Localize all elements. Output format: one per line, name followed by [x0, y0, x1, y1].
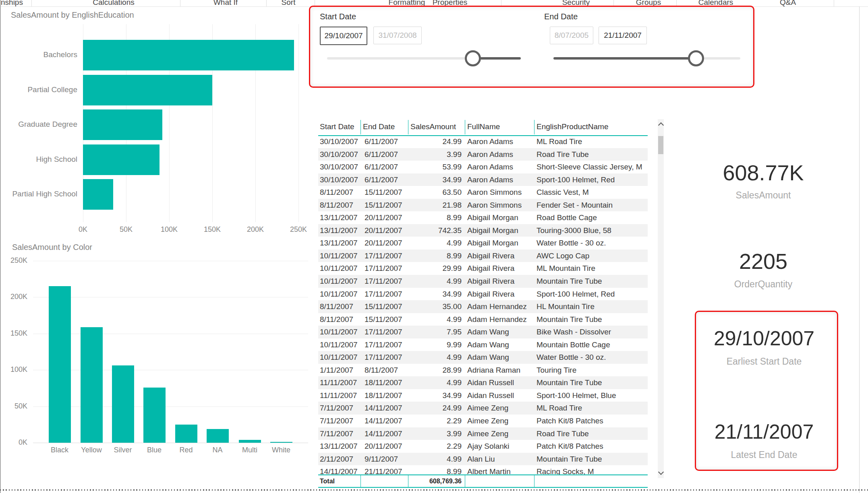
table-row[interactable]: 11/11/200718/11/20074.99Aidan RussellMou…	[318, 376, 648, 389]
chart2-bar-silver[interactable]	[112, 365, 134, 443]
cell-start-date: 8/11/2007	[320, 186, 353, 199]
table-row[interactable]: 13/11/200720/11/20074.99Abigail MorganWa…	[318, 237, 648, 250]
chart2-gridline	[33, 334, 308, 334]
ribbon-item-nships[interactable]: nships	[1, 0, 23, 7]
start-date-slider-selected-range[interactable]	[480, 57, 521, 60]
card-salesamount-label: SalesAmount	[736, 190, 791, 201]
cell-end-date: 20/11/2007	[365, 237, 402, 250]
powerbi-report-page: nshipsCalculationsWhat IfSortFormattingP…	[0, 0, 868, 493]
table-column-separator	[534, 120, 534, 134]
ribbon-item-sort[interactable]: Sort	[282, 0, 296, 7]
chart2-y-tick: 50K	[3, 402, 27, 410]
chart2-bar-blue[interactable]	[143, 388, 166, 443]
start-date-slider-handle[interactable]	[465, 50, 481, 66]
end-date-slider-selected-range[interactable]	[553, 57, 689, 60]
table-row[interactable]: 13/11/200720/11/2007742.35Abigail Morgan…	[318, 224, 648, 237]
chart1-bar-high-school[interactable]	[83, 144, 160, 175]
table-header-end-date[interactable]: End Date	[363, 119, 395, 134]
table-scrollbar[interactable]	[658, 119, 664, 478]
end-date-slider-track[interactable]	[704, 57, 740, 60]
chart2-bar-red[interactable]	[175, 425, 197, 443]
ribbon-item-calculations[interactable]: Calculations	[93, 0, 135, 7]
ribbon-separator	[266, 0, 267, 6]
table-header-englishproductname[interactable]: EnglishProductName	[537, 119, 608, 134]
table-header-start-date[interactable]: Start Date	[320, 119, 354, 134]
chart1-gridline	[298, 24, 299, 222]
table-row[interactable]: 30/10/20076/11/200753.99Aaron AdamsShort…	[318, 161, 648, 173]
table-row[interactable]: 30/10/20076/11/200724.99Aaron AdamsML Ro…	[318, 135, 648, 148]
start-date-slicer-title: Start Date	[320, 12, 356, 21]
table-row[interactable]: 8/11/200715/11/200721.98Aaron SimmonsFen…	[318, 199, 648, 212]
table-row[interactable]: 11/11/200718/11/200734.99Aidan RussellSp…	[318, 389, 648, 402]
cell-product: Racing Socks, M	[537, 465, 594, 474]
chart1-category-label: High School	[3, 155, 77, 164]
table-row[interactable]: 13/11/200720/11/20078.99Abigail MorganRo…	[318, 211, 648, 224]
ribbon-separator	[31, 0, 32, 6]
table-row[interactable]: 30/10/20076/11/200734.99Aaron AdamsSport…	[318, 173, 648, 186]
cell-end-date: 17/11/2007	[365, 262, 402, 275]
table-row[interactable]: 1/11/20078/11/200728.99Adriana RamanTour…	[318, 364, 648, 377]
chart1-bar-partial-high-school[interactable]	[83, 179, 113, 210]
chart2-bar-black[interactable]	[49, 286, 71, 443]
table-row[interactable]: 10/11/200717/11/200729.99Abigail RiveraM…	[318, 262, 648, 275]
table-header-salesamount[interactable]: SalesAmount	[410, 119, 456, 134]
chart2-gridline	[33, 297, 308, 297]
cell-fullname: Abigail Morgan	[467, 237, 518, 250]
table-header-fullname[interactable]: FullName	[467, 119, 500, 134]
chart1-bar-graduate-degree[interactable]	[83, 109, 162, 140]
cell-end-date: 17/11/2007	[365, 338, 402, 351]
ribbon-separator	[180, 0, 180, 6]
cell-product: ML Road Tire	[537, 135, 582, 148]
table-row[interactable]: 7/11/200714/11/20073.99Aimee ZengRoad Ti…	[318, 427, 648, 440]
cell-fullname: Aimee Zeng	[467, 402, 508, 415]
cell-fullname: Adam Wang	[467, 326, 509, 338]
table-row[interactable]: 13/11/200720/11/20072.29Ajay SolankiPatc…	[318, 440, 648, 453]
cell-start-date: 30/10/2007	[320, 148, 358, 161]
cell-product: Mountain Tire Tube	[537, 275, 602, 288]
ribbon-item-q-a[interactable]: Q&A	[780, 0, 796, 7]
cell-fullname: Aidan Russell	[467, 389, 514, 402]
chart2-gridline	[33, 261, 308, 261]
table-row[interactable]: 10/11/200717/11/20079.99Adam WangMountai…	[318, 338, 648, 351]
scrollbar-thumb[interactable]	[658, 136, 663, 154]
cell-end-date: 18/11/2007	[365, 389, 402, 402]
chart1-bar-partial-college[interactable]	[83, 75, 212, 105]
cell-product: Mountain Bottle Cage	[537, 338, 610, 351]
cell-end-date: 15/11/2007	[365, 186, 402, 199]
scroll-up-icon[interactable]	[658, 122, 664, 128]
table-row[interactable]: 8/11/200715/11/200735.00Adam HernandezHL…	[318, 300, 648, 313]
cell-fullname: Adam Hernandez	[467, 300, 527, 313]
cell-salesamount: 7.95	[408, 326, 462, 338]
slicer-annotation-box	[309, 6, 754, 88]
table-row[interactable]: 7/11/200714/11/20072.29Aimee ZengPatch K…	[318, 415, 648, 427]
start-date-slider-track[interactable]	[327, 57, 466, 60]
table-row[interactable]: 7/11/200714/11/200724.99Aimee ZengML Roa…	[318, 402, 648, 415]
table-row[interactable]: 30/10/20076/11/20073.99Aaron AdamsRoad T…	[318, 148, 648, 161]
ribbon-item-what-if[interactable]: What If	[213, 0, 238, 7]
table-row[interactable]: 14/11/200721/11/20078.99Albert MartinRac…	[318, 465, 648, 474]
end-date-from-input[interactable]: 8/07/2005	[550, 27, 593, 44]
chart2-bar-white[interactable]	[270, 442, 292, 443]
cell-salesamount: 8.99	[408, 211, 462, 224]
table-row[interactable]: 10/11/200717/11/20077.95Adam WangBike Wa…	[318, 326, 648, 338]
chart1-bar-bachelors[interactable]	[83, 40, 294, 70]
cell-start-date: 10/11/2007	[320, 275, 358, 288]
table-row[interactable]: 8/11/200715/11/20074.99Adam HernandezMou…	[318, 313, 648, 326]
chart2-category-label: Red	[179, 446, 193, 454]
table-row[interactable]: 10/11/200717/11/20074.99Adam WangWater B…	[318, 351, 648, 364]
end-date-to-input[interactable]: 21/11/2007	[599, 27, 647, 44]
table-row[interactable]: 8/11/200715/11/200763.50Aaron SimmonsCla…	[318, 186, 648, 199]
start-date-to-input[interactable]: 31/07/2008	[373, 27, 422, 44]
chart2-bar-multi[interactable]	[239, 440, 261, 443]
cell-salesamount: 21.98	[408, 199, 462, 212]
cell-fullname: Adriana Raman	[467, 364, 520, 377]
end-date-slider-handle[interactable]	[688, 50, 704, 66]
table-row[interactable]: 2/11/20079/11/20074.99Alan LiuMountain T…	[318, 453, 648, 466]
scroll-down-icon[interactable]	[658, 469, 664, 475]
table-row[interactable]: 10/11/200717/11/200734.99Abigail RiveraS…	[318, 288, 648, 301]
chart2-bar-yellow[interactable]	[81, 327, 103, 443]
table-row[interactable]: 10/11/200717/11/20078.99Abigail RiveraAW…	[318, 250, 648, 262]
table-row[interactable]: 10/11/200717/11/20074.99Abigail RiveraMo…	[318, 275, 648, 288]
chart2-bar-na[interactable]	[207, 429, 229, 443]
start-date-from-input[interactable]: 29/10/2007	[320, 27, 367, 45]
